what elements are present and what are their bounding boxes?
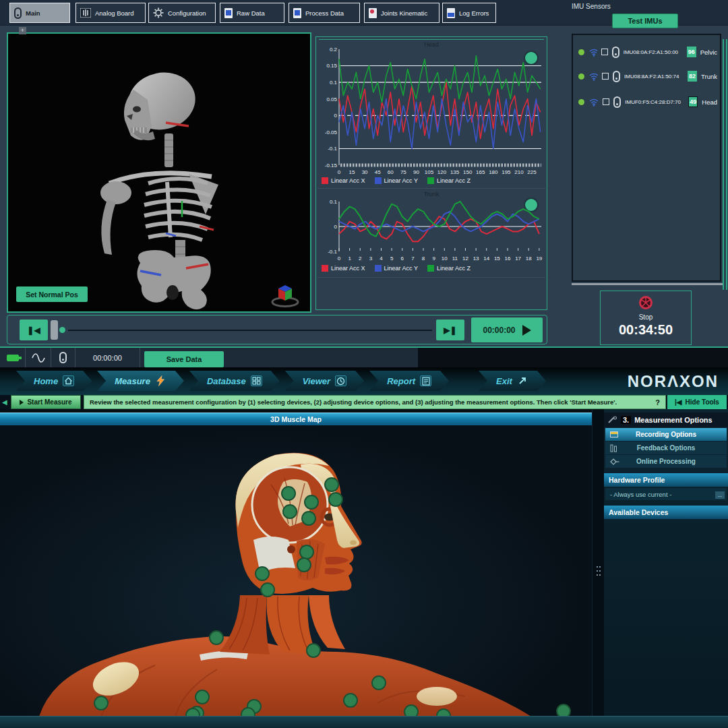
svg-text:0: 0 [334,224,338,230]
feedback-icon [610,444,617,452]
imu-row-head[interactable]: IMUF0:F5:C4:28:D7:70 49 Head [578,92,717,112]
tab-label: Log Errors [459,9,489,17]
skip-to-end-button[interactable]: ▶❚ [436,320,464,340]
sensor-checkbox[interactable] [602,73,609,80]
tab-log-errors[interactable]: Log Errors [442,3,496,23]
wifi-icon [588,72,598,81]
feedback-options-item[interactable]: Feedback Options [605,442,727,454]
panel-splitter[interactable] [592,409,604,716]
elapsed-time: 00:34:50 [601,322,691,338]
tab-raw-data[interactable]: Raw Data [220,3,284,23]
muscle-map-title-bar: 3D Muscle Map [0,413,592,425]
battery-badge: 49 [688,96,698,107]
sensor-location: Trunk [701,73,717,80]
trunk-chart-legend: Linear Acc X Linear Acc Y Linear Acc Z [322,265,471,272]
legend-label: Linear Acc X [331,265,365,272]
play-icon [20,400,24,405]
timeline-track[interactable] [68,330,432,331]
viewer-icon [335,375,346,386]
test-imus-button[interactable]: Test IMUs [612,13,678,28]
raw-data-file-icon [224,8,233,18]
measurement-options-panel: 3. Measurement Options Recording Options… [604,409,728,716]
tab-main[interactable]: Main [9,3,70,23]
set-normal-pos-button[interactable]: Set Normal Pos [16,286,88,302]
collapse-icon: |◀ [675,398,682,406]
record-stop-icon [638,295,653,310]
power-status-button[interactable] [0,348,26,367]
hardware-profile-dropdown[interactable]: - Always use current - ... [605,488,727,500]
noraxon-app: Home Measure Database [0,367,728,728]
signal-view-button[interactable] [26,348,51,367]
svg-text:120: 120 [437,169,447,175]
imu-row-pelvic[interactable]: IMU08:0A:F2:A1:50:00 96 Pelvic [578,42,717,62]
nav-database[interactable]: Database [189,371,280,391]
sensor-checkbox[interactable] [603,98,609,105]
battery-badge: 82 [688,71,697,82]
legend-swatch-acc-z [427,177,434,184]
step-number: 3. [621,416,631,424]
sensor-checkbox[interactable] [601,49,608,55]
online-processing-item[interactable]: Online Processing [605,455,727,468]
svg-text:0: 0 [338,169,341,175]
imu-sensor-icon [612,47,619,58]
legend-label: Linear Acc Y [384,177,418,184]
legend-swatch-acc-y [375,177,382,184]
nav-home[interactable]: Home [16,371,92,391]
nav-report[interactable]: Report [369,371,449,391]
legend-label: Linear Acc Y [384,265,418,272]
instruction-text: Review the selected measurement configur… [90,398,617,406]
start-measure-button[interactable]: Start Measure [11,395,81,409]
svg-text:8: 8 [422,255,425,262]
tab-configuration[interactable]: Configuration [148,3,216,23]
skip-to-start-button[interactable]: ❚◀ [20,320,48,340]
battery-icon [7,355,19,361]
tab-label: Raw Data [237,9,265,17]
noraxon-logo: NORΛXON [628,372,719,391]
nav-viewer[interactable]: Viewer [285,371,364,391]
sensor-location: Head [702,98,717,106]
svg-text:14: 14 [483,255,489,262]
play-button[interactable]: 00:00:00 [471,317,543,342]
tab-label: Analog Board [95,9,134,17]
processing-icon [610,458,619,465]
timeline-slider-handle[interactable] [51,320,58,340]
svg-text:195: 195 [502,169,511,175]
tab-joints-kinematic[interactable]: Joints Kinematic [364,3,439,23]
imu-sensor-icon [14,7,22,19]
orientation-cube-icon[interactable] [270,283,301,307]
skeleton-3d-model[interactable] [8,34,310,311]
nav-label: Measure [115,376,150,386]
tab-process-data[interactable]: Process Data [289,3,360,23]
help-button[interactable]: ? [655,398,660,406]
play-icon [522,325,531,336]
muscle-3d-model[interactable] [0,425,592,716]
muscle-map-3d-viewport[interactable] [0,425,592,716]
nav-exit[interactable]: Exit [479,371,546,391]
save-data-button[interactable]: Save Data [144,351,224,367]
nav-label: Database [207,376,246,386]
svg-text:3: 3 [369,255,373,262]
legend-swatch-acc-z [427,265,434,272]
skeleton-upper-body [100,67,218,309]
nav-measure[interactable]: Measure [97,371,184,391]
record-time: 00:00:00 [93,354,122,362]
sensor-view-button[interactable] [51,348,75,367]
recording-options-item[interactable]: Recording Options [605,428,727,441]
svg-text:150: 150 [463,169,473,175]
imu-row-trunk[interactable]: IMU08:8A:F2:A1:50:74 82 Trunk [578,66,717,86]
more-options-button[interactable]: ... [715,491,725,499]
viewer-corner-handle[interactable]: + [19,27,26,34]
stop-recording-button[interactable]: Stop 00:34:50 [600,291,692,345]
tab-label: Joints Kinematic [381,9,427,17]
tab-analog-board[interactable]: Analog Board [75,3,146,23]
hide-tools-button[interactable]: |◀ Hide Tools [667,395,727,409]
back-arrow-button[interactable]: ◀ [2,398,7,406]
skeleton-3d-viewport[interactable]: + [7,32,311,313]
stop-label: Stop [601,313,691,321]
option-label: Feedback Options [637,444,696,452]
svg-text:-0.1: -0.1 [328,146,337,152]
imu-sensor-icon [59,352,67,363]
svg-text:0.05: 0.05 [326,96,337,102]
svg-text:30: 30 [362,169,368,175]
wifi-icon [588,48,597,57]
